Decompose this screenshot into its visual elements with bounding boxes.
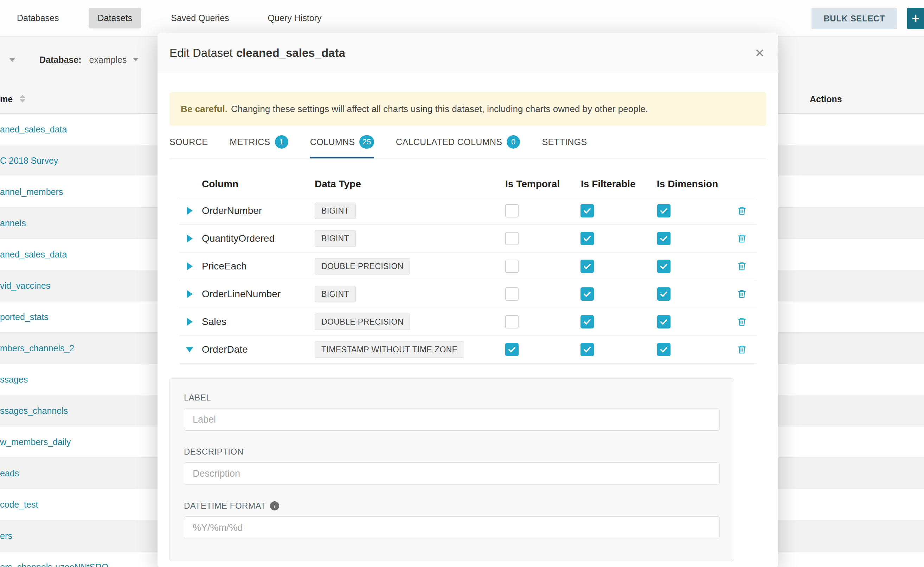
column-name: OrderNumber [202,205,262,216]
modal-body: Be careful. Changing these settings will… [158,92,778,561]
dataset-link[interactable]: eads [0,468,19,478]
dataset-link[interactable]: mbers_channels_2 [0,343,74,353]
bulk-select-button[interactable]: BULK SELECT [811,8,897,29]
expand-caret-icon[interactable] [187,262,193,270]
datetime-format-label-text: DATETIME FORMAT [184,501,266,511]
warning-text: Changing these settings will affect all … [231,104,648,114]
description-field-label-text: DESCRIPTION [184,447,244,457]
delete-column-icon[interactable] [737,316,747,327]
data-type-pill: TIMESTAMP WITHOUT TIME ZONE [315,342,464,358]
dataset-link[interactable]: vid_vaccines [0,281,50,291]
tab-source[interactable]: SOURCE [170,126,208,158]
dataset-link[interactable]: annels [0,218,26,228]
topnav-item-query-history[interactable]: Query History [259,8,331,28]
tab-settings[interactable]: SETTINGS [542,126,587,158]
is-dimension-checkbox[interactable] [657,315,671,328]
topnav-item-datasets[interactable]: Datasets [89,8,142,28]
is-temporal-checkbox[interactable] [505,343,519,356]
dataset-link[interactable]: w_members_daily [0,437,71,447]
tab-label: CALCULATED COLUMNS [396,137,503,147]
dataset-link[interactable]: aned_sales_data [0,124,67,135]
dataset-link[interactable]: annel_members [0,187,63,197]
delete-column-icon[interactable] [737,344,747,355]
label-field-label-text: LABEL [184,393,211,403]
tab-columns[interactable]: COLUMNS25 [310,126,374,158]
header-is-temporal: Is Temporal [505,178,560,190]
is-temporal-checkbox[interactable] [505,232,519,245]
database-dropdown-caret-icon[interactable] [133,58,138,62]
is-temporal-checkbox[interactable] [505,315,519,328]
add-dataset-button[interactable]: + [907,8,924,29]
column-name: OrderLineNumber [202,288,281,300]
data-type-pill: DOUBLE PRECISION [315,258,410,275]
is-dimension-checkbox[interactable] [657,204,671,218]
dataset-link[interactable]: ers [0,531,12,541]
column-row: SalesDOUBLE PRECISION [179,308,756,336]
delete-column-icon[interactable] [737,261,747,272]
columns-rows: OrderNumberBIGINTQuantityOrderedBIGINTPr… [179,197,756,364]
data-type-pill: BIGINT [315,286,356,303]
delete-column-icon[interactable] [737,233,747,244]
is-filterable-checkbox[interactable] [581,315,594,328]
dataset-link[interactable]: ssages [0,375,28,385]
dataset-link[interactable]: C 2018 Survey [0,156,58,166]
is-filterable-checkbox[interactable] [581,260,594,273]
datetime-format-field-label: DATETIME FORMAT i [184,501,720,511]
data-type-pill: BIGINT [315,231,356,247]
tab-metrics[interactable]: METRICS1 [230,126,288,158]
close-icon[interactable]: ✕ [755,47,765,59]
label-input[interactable] [184,408,720,431]
delete-column-icon[interactable] [737,206,747,216]
is-filterable-checkbox[interactable] [581,204,594,218]
sort-icon[interactable] [20,95,25,103]
expand-caret-icon[interactable] [187,318,193,326]
modal-title-dataset-name: cleaned_sales_data [236,46,345,59]
filter-bar: Database: examples [0,48,138,71]
collapse-caret-icon[interactable] [186,347,193,352]
column-row: QuantityOrderedBIGINT [179,225,756,253]
database-filter-label: Database: [39,55,81,65]
warning-bold-text: Be careful. [181,104,227,114]
data-type-pill: BIGINT [315,203,356,219]
top-navigation: DatabasesDatasetsSaved QueriesQuery Hist… [0,0,924,36]
header-data-type: Data Type [315,178,361,190]
is-temporal-checkbox[interactable] [505,204,519,218]
is-dimension-checkbox[interactable] [657,287,671,301]
topnav-item-saved-queries[interactable]: Saved Queries [162,8,238,28]
topnav-item-databases[interactable]: Databases [8,8,68,28]
is-temporal-checkbox[interactable] [505,260,519,273]
is-dimension-checkbox[interactable] [657,343,671,356]
expand-caret-icon[interactable] [187,290,193,298]
column-name: PriceEach [202,261,247,272]
data-type-pill: DOUBLE PRECISION [315,314,410,330]
datetime-format-input[interactable] [184,516,720,539]
filter-caret-icon[interactable] [9,58,15,62]
is-filterable-checkbox[interactable] [581,287,594,301]
expand-caret-icon[interactable] [187,235,193,242]
is-filterable-checkbox[interactable] [581,232,594,245]
is-temporal-checkbox[interactable] [505,287,519,301]
dataset-link[interactable]: aned_sales_data [0,249,67,260]
dataset-link[interactable]: ssages_channels [0,406,68,416]
columns-table: Column Data Type Is Temporal Is Filterab… [179,158,756,364]
expand-caret-icon[interactable] [187,207,193,214]
column-row: PriceEachDOUBLE PRECISION [179,253,756,280]
column-name: OrderDate [202,344,248,355]
info-icon[interactable]: i [270,501,279,510]
label-field-group: LABEL [184,393,720,431]
tab-label: SETTINGS [542,137,587,147]
tab-calculated-columns[interactable]: CALCULATED COLUMNS0 [396,126,521,158]
dataset-link[interactable]: ers_channels-uzooNNtSRO [0,562,108,567]
is-filterable-checkbox[interactable] [581,343,594,356]
name-column-header: me [0,94,13,104]
delete-column-icon[interactable] [737,289,747,299]
description-input[interactable] [184,462,720,485]
dataset-link[interactable]: code_test [0,500,38,510]
is-dimension-checkbox[interactable] [657,260,671,273]
dataset-link[interactable]: ported_stats [0,312,48,322]
tab-label: SOURCE [170,137,208,147]
datetime-format-field-group: DATETIME FORMAT i [184,501,720,539]
description-field-label: DESCRIPTION [184,447,720,457]
is-dimension-checkbox[interactable] [657,232,671,245]
database-filter-value[interactable]: examples [89,55,127,65]
